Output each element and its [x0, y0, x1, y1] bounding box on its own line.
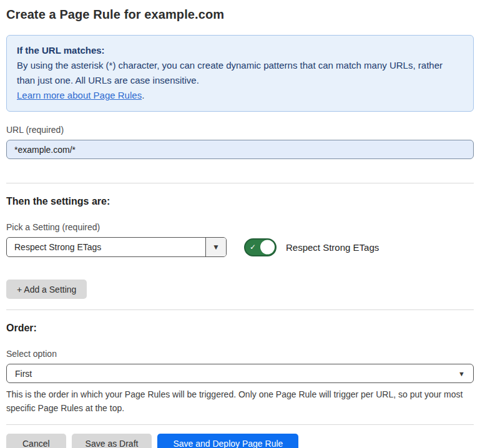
toggle-knob [260, 240, 275, 255]
learn-more-link[interactable]: Learn more about Page Rules [17, 90, 142, 100]
settings-section-heading: Then the settings are: [6, 196, 474, 207]
footer-buttons: Cancel Save as Draft Save and Deploy Pag… [6, 434, 474, 448]
chevron-down-icon: ▼ [458, 370, 465, 377]
check-icon: ✓ [250, 243, 256, 251]
footer-divider [6, 424, 474, 425]
chevron-down-icon[interactable]: ▼ [205, 238, 226, 256]
etags-toggle[interactable]: ✓ [244, 238, 277, 256]
save-and-deploy-button[interactable]: Save and Deploy Page Rule [157, 434, 298, 448]
order-help-text: This is the order in which your Page Rul… [6, 387, 471, 415]
cancel-button[interactable]: Cancel [6, 434, 66, 448]
info-box-body: By using the asterisk (*) character, you… [17, 58, 463, 88]
add-setting-button[interactable]: + Add a Setting [6, 280, 87, 299]
url-field-label: URL (required) [6, 125, 474, 135]
order-section-heading: Order: [6, 323, 474, 334]
order-select[interactable]: First ▼ [6, 364, 474, 383]
save-as-draft-button[interactable]: Save as Draft [72, 434, 152, 448]
section-divider [6, 183, 474, 183]
toggle-label: Respect Strong ETags [286, 242, 379, 253]
pick-setting-label: Pick a Setting (required) [6, 222, 474, 232]
setting-select[interactable]: Respect Strong ETags ▼ [6, 237, 227, 257]
order-select-value: First [15, 369, 32, 379]
page-title: Create a Page Rule for example.com [6, 7, 474, 22]
url-match-info-box: If the URL matches: By using the asteris… [6, 35, 474, 112]
setting-row: Respect Strong ETags ▼ ✓ Respect Strong … [6, 237, 474, 257]
section-divider [6, 309, 474, 310]
order-select-label: Select option [6, 349, 474, 359]
info-box-heading: If the URL matches: [17, 43, 463, 58]
info-box-link-line: Learn more about Page Rules. [17, 88, 463, 103]
link-suffix: . [142, 90, 144, 100]
setting-select-value: Respect Strong ETags [7, 238, 205, 256]
url-input[interactable] [6, 140, 474, 159]
